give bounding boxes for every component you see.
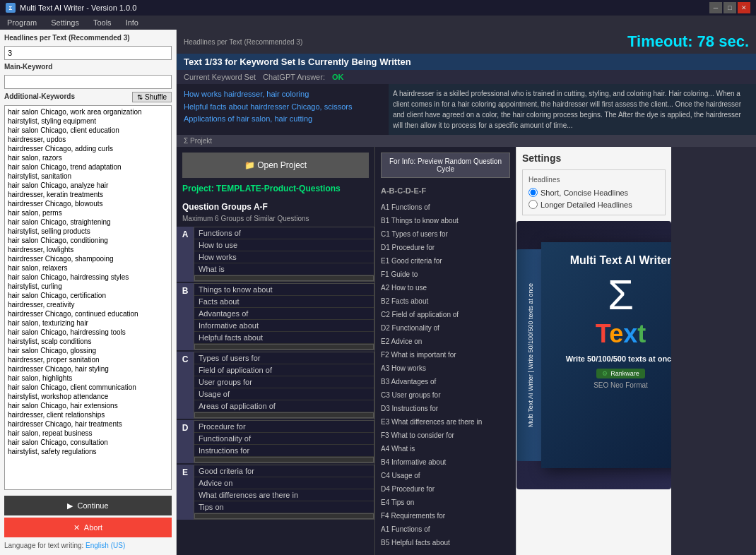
keyword-item[interactable]: hairstylist, styling equipment	[6, 117, 170, 126]
abcd-list-item[interactable]: B1 Things to know about	[381, 214, 510, 227]
keywords-list[interactable]: hair salon Chicago, work area organizati…	[4, 105, 172, 490]
list-item[interactable]: Usage of	[194, 388, 374, 400]
list-item[interactable]: Facts about	[194, 296, 374, 308]
list-item[interactable]: Types of users for	[194, 352, 374, 364]
abcd-list-item[interactable]: E3 What differences are there in	[381, 415, 510, 429]
keyword-item[interactable]: hair salon, texturizing hair	[6, 318, 170, 328]
keyword-item[interactable]: hair salon Chicago, analyze hair	[6, 181, 170, 190]
radio-longer-headlines[interactable]: Longer Detailed Headlines	[528, 200, 659, 209]
keyword-item[interactable]: hair salon Chicago, hairdressing tools	[6, 328, 170, 337]
group-scroll-a[interactable]	[194, 275, 374, 281]
list-item[interactable]: Things to know about	[194, 284, 374, 296]
keyword-item[interactable]: hairdresser Chicago, shampooing	[6, 254, 170, 263]
keyword-item[interactable]: hair salon Chicago, trend adaptation	[6, 162, 170, 172]
abcd-list-item[interactable]: E4 Tips on	[381, 496, 510, 509]
group-scroll-d[interactable]	[194, 457, 374, 462]
open-project-button[interactable]: 📁 Open Project	[182, 153, 369, 178]
keyword-item[interactable]: hairstylist, sanitation	[6, 172, 170, 181]
keyword-item[interactable]: hair salon Chicago, hairdressing styles	[6, 273, 170, 282]
keyword-item[interactable]: hairdresser, creativity	[6, 300, 170, 309]
keyword-item[interactable]: hairstylist, scalp conditions	[6, 337, 170, 346]
abcd-list-item[interactable]: B5 Helpful facts about	[381, 536, 510, 549]
preview-button[interactable]: For Info: Preview Random Question Cycle	[381, 153, 510, 178]
list-item[interactable]: Procedure for	[194, 421, 374, 433]
abcd-list-item[interactable]: F1 Guide to	[381, 268, 510, 281]
menu-program[interactable]: Program	[4, 17, 40, 28]
minimize-button[interactable]: ─	[709, 2, 722, 13]
keyword-item[interactable]: hair salon Chicago, consultation	[6, 438, 170, 447]
keyword-item[interactable]: hair salon Chicago, straightening	[6, 217, 170, 227]
keyword-item[interactable]: hair salon Chicago, client communication	[6, 383, 170, 392]
abcd-list-item[interactable]: C4 Usage of	[381, 469, 510, 482]
list-item[interactable]: User groups for	[194, 376, 374, 388]
close-button[interactable]: ✕	[738, 2, 750, 13]
abcd-list-item[interactable]: A4 What is	[381, 442, 510, 455]
maximize-button[interactable]: □	[723, 2, 736, 13]
group-scroll-e[interactable]	[194, 513, 374, 519]
abcd-list-item[interactable]: D2 Functionality of	[381, 321, 510, 335]
list-item[interactable]: Advantages of	[194, 308, 374, 320]
keyword-item[interactable]: hair salon, highlights	[6, 374, 170, 383]
abcd-list-item[interactable]: A1 Functions of	[381, 523, 510, 536]
list-item[interactable]: What is	[194, 263, 374, 275]
abcd-list-item[interactable]: E1 Good criteria for	[381, 254, 510, 268]
continue-button[interactable]: ▶ Continue	[4, 496, 172, 515]
list-item[interactable]: Functionality of	[194, 433, 374, 445]
list-item[interactable]: How works	[194, 251, 374, 263]
keyword-item[interactable]: hair salon Chicago, hair extensions	[6, 401, 170, 410]
keyword-item[interactable]: hair salon, repeat business	[6, 429, 170, 438]
keyword-link-1[interactable]: How works hairdresser, hair coloring	[184, 88, 382, 101]
keyword-item[interactable]: hair salon, razors	[6, 153, 170, 162]
list-item[interactable]: Areas of application of	[194, 400, 374, 412]
list-item[interactable]: Functions of	[194, 227, 374, 239]
keyword-item[interactable]: hairstylist, safety regulations	[6, 447, 170, 456]
abcd-list-item[interactable]: F2 What is important for	[381, 348, 510, 362]
abcd-list-item[interactable]: E2 Advice on	[381, 335, 510, 348]
abcd-list-item[interactable]: F3 What to consider for	[381, 429, 510, 442]
group-scroll-b[interactable]	[194, 344, 374, 350]
abcd-list-item[interactable]: D4 Procedure for	[381, 482, 510, 496]
list-item[interactable]: Informative about	[194, 320, 374, 332]
keyword-item[interactable]: hair salon Chicago, client education	[6, 126, 170, 135]
keyword-item[interactable]: hair salon Chicago, work area organizati…	[6, 107, 170, 117]
keyword-item[interactable]: hairdresser Chicago, hair styling	[6, 364, 170, 374]
keyword-link-3[interactable]: Applications of hair salon, hair cutting	[184, 113, 382, 126]
keyword-item[interactable]: hairdresser, proper sanitation	[6, 355, 170, 364]
abort-button[interactable]: ✕ Abort	[4, 518, 172, 537]
abcd-list-item[interactable]: B3 Advantages of	[381, 375, 510, 388]
keyword-item[interactable]: hairdresser Chicago, adding curls	[6, 144, 170, 153]
keyword-item[interactable]: hairstylist, curling	[6, 282, 170, 291]
keyword-item[interactable]: hairstylist, selling products	[6, 227, 170, 236]
abcd-list-item[interactable]: A2 How to use	[381, 281, 510, 294]
keyword-item[interactable]: hairdresser, keratin treatments	[6, 190, 170, 199]
keyword-item[interactable]: hair salon Chicago, conditioning	[6, 236, 170, 245]
list-item[interactable]: Advice on	[194, 477, 374, 489]
menu-tools[interactable]: Tools	[90, 17, 114, 28]
list-item[interactable]: Helpful facts about	[194, 332, 374, 344]
abcd-list-item[interactable]: D1 Procedure for	[381, 241, 510, 254]
keyword-item[interactable]: hairstylist, workshop attendance	[6, 392, 170, 401]
abcd-list-item[interactable]: C2 Field of application of	[381, 308, 510, 321]
keyword-item[interactable]: hairdresser, updos	[6, 135, 170, 144]
list-item[interactable]: Tips on	[194, 501, 374, 513]
shuffle-button[interactable]: ⇅ Shuffle	[132, 92, 172, 102]
list-item[interactable]: Instructions for	[194, 445, 374, 457]
keyword-item[interactable]: hairdresser Chicago, blowouts	[6, 199, 170, 208]
main-keyword-input[interactable]	[4, 75, 172, 89]
keyword-item[interactable]: hairdresser, lowlights	[6, 245, 170, 254]
keyword-item[interactable]: hair salon Chicago, certification	[6, 291, 170, 300]
keyword-link-2[interactable]: Helpful facts about hairdresser Chicago,…	[184, 101, 382, 114]
radio-short-headlines[interactable]: Short, Concise Headlines	[528, 188, 659, 197]
list-item[interactable]: What differences are there in	[194, 489, 374, 501]
group-scroll-c[interactable]	[194, 412, 374, 418]
keyword-item[interactable]: hairdresser, client relationships	[6, 410, 170, 419]
menu-info[interactable]: Info	[123, 17, 141, 28]
abcd-list-item[interactable]: C3 User groups for	[381, 388, 510, 402]
abcd-list-item[interactable]: D3 Instructions for	[381, 402, 510, 415]
list-item[interactable]: Good criteria for	[194, 465, 374, 477]
keyword-item[interactable]: hairdresser Chicago, hair treatments	[6, 419, 170, 429]
keyword-item[interactable]: hair salon, perms	[6, 208, 170, 217]
abcd-list-item[interactable]: F4 Requirements for	[381, 509, 510, 523]
list-item[interactable]: How to use	[194, 239, 374, 251]
abcd-list-item[interactable]: A1 Functions of	[381, 201, 510, 214]
